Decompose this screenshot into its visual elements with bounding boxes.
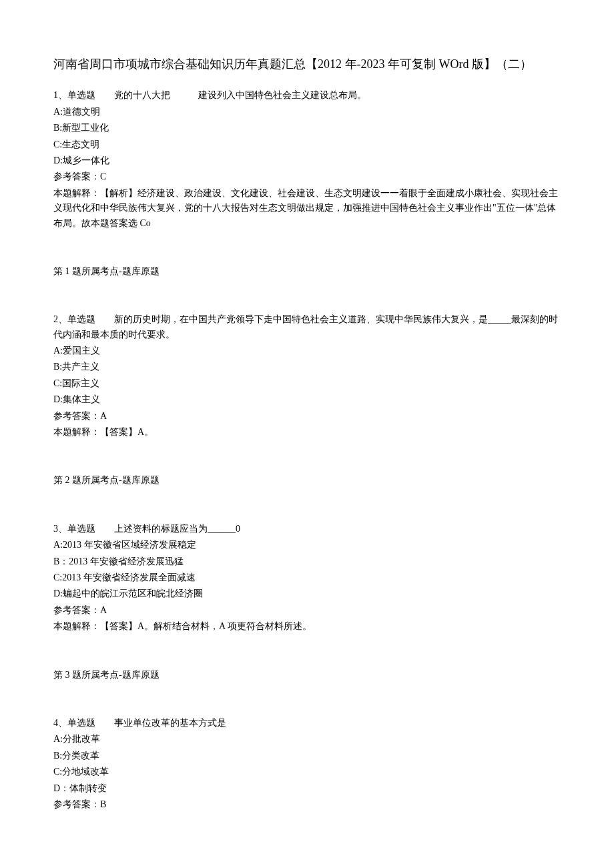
option-a: A:道德文明 xyxy=(53,105,561,119)
option-a: A:2013 年安徽省区域经济发展稳定 xyxy=(53,538,561,552)
question-2: 2、单选题 新的历史时期，在中国共产党领导下走中国特色社会主义道路、实现中华民族… xyxy=(53,312,561,488)
explanation: 本题解释：【答案】A。解析结合材料，A 项更符合材料所述。 xyxy=(53,619,561,634)
question-4: 4、单选题 事业单位改革的基本方式是 A:分批改革 B:分类改革 C:分地域改革… xyxy=(53,716,561,812)
option-d: D:蝙起中的皖江示范区和皖北经济圈 xyxy=(53,586,561,601)
answer-ref: 参考答案：A xyxy=(53,603,561,618)
option-b: B：2013 年安徽省经济发展迅猛 xyxy=(53,554,561,569)
option-c: C:分地域改革 xyxy=(53,765,561,779)
question-3: 3、单选题 上述资料的标题应当为______0 A:2013 年安徽省区域经济发… xyxy=(53,522,561,683)
question-text: 2、单选题 新的历史时期，在中国共产党领导下走中国特色社会主义道路、实现中华民族… xyxy=(53,312,561,342)
option-a: A:分批改革 xyxy=(53,732,561,747)
explanation: 本题解释：【解析】经济建设、政治建设、文化建设、社会建设、生态文明建设一一着眼于… xyxy=(53,186,561,231)
question-text: 4、单选题 事业单位改革的基本方式是 xyxy=(53,716,561,731)
option-c: C:2013 年安徽省经济发展全面减速 xyxy=(53,570,561,585)
option-b: B:共产主义 xyxy=(53,360,561,374)
option-d: D:集体主义 xyxy=(53,392,561,407)
option-b: B:分类改革 xyxy=(53,749,561,763)
option-c: C:国际主义 xyxy=(53,376,561,391)
answer-ref: 参考答案：C xyxy=(53,169,561,184)
option-b: B:新型工业化 xyxy=(53,121,561,135)
option-d: D:城乡一体化 xyxy=(53,153,561,168)
question-1: 1、单选题 党的十八大把 建设列入中国特色社会主义建设总布局。 A:道德文明 B… xyxy=(53,88,561,279)
topic-reference: 第 2 题所属考点-题库原题 xyxy=(53,473,561,488)
option-d: D：体制转变 xyxy=(53,781,561,796)
answer-ref: 参考答案：B xyxy=(53,797,561,812)
answer-ref: 参考答案：A xyxy=(53,409,561,424)
document-title: 河南省周口市项城市综合基础知识历年真题汇总【2012 年-2023 年可复制 W… xyxy=(53,53,561,75)
question-text: 1、单选题 党的十八大把 建设列入中国特色社会主义建设总布局。 xyxy=(53,88,561,103)
topic-reference: 第 1 题所属考点-题库原题 xyxy=(53,264,561,279)
question-text: 3、单选题 上述资料的标题应当为______0 xyxy=(53,522,561,536)
explanation: 本题解释：【答案】A。 xyxy=(53,425,561,440)
option-c: C:生态文明 xyxy=(53,137,561,152)
topic-reference: 第 3 题所属考点-题库原题 xyxy=(53,668,561,683)
option-a: A:爱国主义 xyxy=(53,344,561,358)
